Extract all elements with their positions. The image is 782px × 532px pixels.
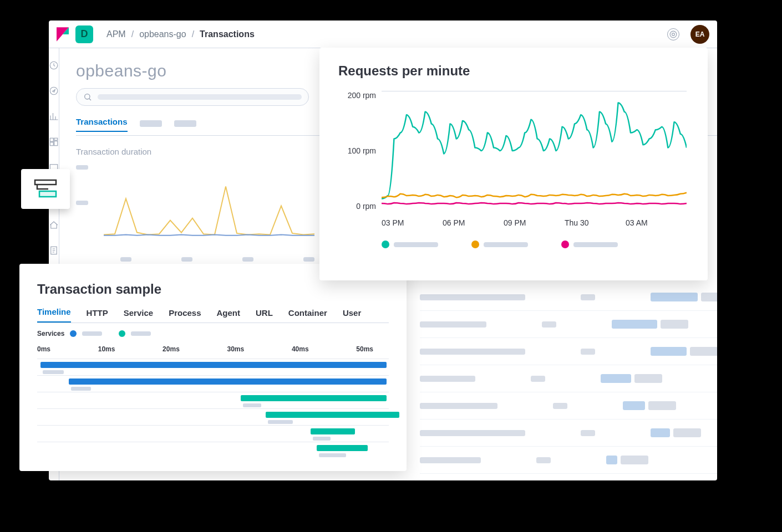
avatar-initials: EA: [695, 30, 705, 38]
svg-rect-7: [54, 138, 58, 140]
xtick: 09 PM: [504, 218, 565, 227]
scale-tick: 40ms: [292, 345, 309, 353]
xtick: 03 AM: [626, 218, 687, 227]
xtick: 03 PM: [382, 218, 443, 227]
timeline-span[interactable]: [37, 408, 389, 425]
timeline-span[interactable]: [37, 392, 389, 408]
timeline-span[interactable]: [37, 425, 389, 442]
table-row[interactable]: [420, 311, 717, 338]
svg-rect-17: [39, 191, 56, 197]
svg-rect-6: [50, 138, 53, 141]
ytick: 0 rpm: [338, 202, 376, 211]
table-row[interactable]: [420, 284, 717, 311]
search-placeholder-ghost: [98, 94, 302, 100]
table-row[interactable]: [420, 447, 717, 474]
user-avatar[interactable]: EA: [690, 25, 709, 44]
xtick: 06 PM: [443, 218, 504, 227]
scale-tick: 20ms: [163, 345, 180, 353]
breadcrumb-sep: /: [192, 29, 194, 39]
breadcrumb: APM / opbeans-go / Transactions: [106, 29, 255, 39]
duration-sparkline: [104, 161, 314, 244]
tab-container[interactable]: Container: [288, 308, 327, 323]
scale-tick: 50ms: [356, 345, 373, 353]
breadcrumb-service[interactable]: opbeans-go: [139, 29, 186, 39]
apm-traces-icon: [34, 179, 57, 199]
legend-ghost: [82, 331, 102, 336]
timeline-span[interactable]: [37, 359, 389, 375]
search-icon: [83, 93, 92, 101]
ytick: 200 rpm: [338, 91, 376, 100]
tab-ghost[interactable]: [140, 120, 162, 127]
rpm-legend: [382, 241, 689, 248]
kibana-logo-icon: [57, 27, 69, 42]
transactions-table: [420, 284, 717, 474]
legend-ghost: [484, 242, 528, 247]
legend-ghost: [573, 242, 618, 247]
legend-dot-series2: [471, 241, 479, 248]
rpm-line-chart: [382, 91, 687, 211]
tab-transactions[interactable]: Transactions: [76, 117, 128, 132]
timeline-scale: 0ms 10ms 20ms 30ms 40ms 50ms: [37, 345, 389, 353]
tab-timeline[interactable]: Timeline: [37, 307, 71, 323]
transaction-sample-panel: Transaction sample Timeline HTTP Service…: [19, 264, 407, 471]
space-switcher-button[interactable]: D: [75, 25, 93, 43]
services-label: Services: [37, 330, 64, 337]
ytick: 100 rpm: [338, 146, 376, 155]
scale-tick: 30ms: [227, 345, 245, 353]
legend-ghost: [394, 242, 438, 247]
rpm-x-axis: 03 PM 06 PM 09 PM Thu 30 03 AM: [382, 218, 689, 227]
services-legend: Services: [37, 330, 389, 337]
scale-tick: 0ms: [37, 345, 50, 353]
timeline-rows: [37, 359, 389, 458]
table-row[interactable]: [420, 365, 717, 392]
tab-ghost[interactable]: [174, 120, 196, 127]
service-dot-teal: [119, 330, 125, 337]
help-icon[interactable]: [667, 28, 679, 40]
xtick: Thu 30: [565, 218, 626, 227]
requests-per-minute-panel: Requests per minute 200 rpm 100 rpm 0 rp…: [319, 48, 708, 280]
visualize-icon[interactable]: [49, 111, 59, 121]
tab-service[interactable]: Service: [124, 308, 153, 323]
rpm-title: Requests per minute: [338, 63, 689, 79]
space-letter: D: [81, 28, 88, 40]
tab-user[interactable]: User: [343, 308, 361, 323]
dashboard-icon[interactable]: [49, 137, 59, 147]
breadcrumb-current: Transactions: [200, 29, 255, 39]
logs-icon[interactable]: [49, 245, 59, 255]
timeline-span[interactable]: [37, 375, 389, 392]
topbar: D APM / opbeans-go / Transactions EA: [49, 21, 717, 48]
apm-nav-callout[interactable]: [21, 169, 70, 209]
svg-point-3: [672, 33, 675, 35]
table-row[interactable]: [420, 338, 717, 365]
tx-tabs: Timeline HTTP Service Process Agent URL …: [37, 307, 389, 323]
svg-point-5: [50, 87, 58, 95]
svg-rect-15: [35, 180, 56, 185]
tx-sample-title: Transaction sample: [37, 282, 389, 297]
tab-process[interactable]: Process: [169, 308, 201, 323]
legend-dot-series1: [382, 241, 389, 248]
table-row[interactable]: [420, 392, 717, 420]
rpm-y-axis: 200 rpm 100 rpm 0 rpm: [338, 91, 382, 211]
svg-rect-9: [50, 142, 53, 146]
legend-dot-series3: [561, 241, 569, 248]
infra-icon[interactable]: [49, 220, 59, 230]
svg-point-14: [85, 94, 90, 99]
search-input[interactable]: [76, 88, 309, 106]
discover-icon[interactable]: [49, 86, 59, 96]
legend-ghost: [131, 331, 151, 336]
timeline-span[interactable]: [37, 442, 389, 458]
breadcrumb-sep: /: [131, 29, 134, 39]
tab-http[interactable]: HTTP: [87, 308, 108, 323]
scale-tick: 10ms: [98, 345, 115, 353]
svg-point-2: [670, 31, 677, 38]
recent-icon[interactable]: [49, 60, 59, 70]
tab-url[interactable]: URL: [256, 308, 273, 323]
svg-rect-8: [54, 141, 58, 146]
table-row[interactable]: [420, 420, 717, 447]
service-dot-blue: [70, 330, 77, 337]
breadcrumb-app[interactable]: APM: [106, 29, 126, 39]
tab-agent[interactable]: Agent: [217, 308, 241, 323]
